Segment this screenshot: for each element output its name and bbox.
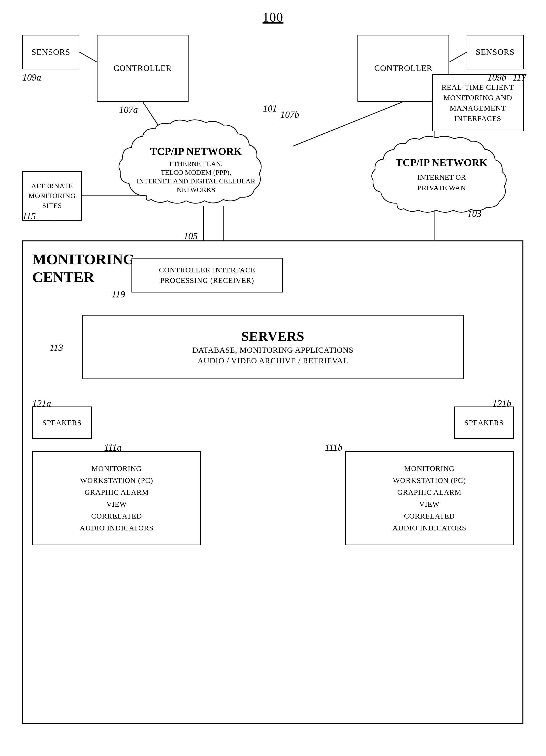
- ref-115: 115: [22, 211, 36, 222]
- ref-121a: 121a: [32, 398, 51, 409]
- servers-content: SERVERS DATABASE, MONITORING APPLICATION…: [192, 329, 353, 365]
- cip-label: CONTROLLER INTERFACE PROCESSING (RECEIVE…: [159, 265, 255, 286]
- ref-103: 103: [467, 208, 482, 219]
- ref-109a: 109a: [22, 72, 41, 83]
- svg-line-0: [79, 52, 97, 62]
- cloud2-shape: TCP/IP NETWORK INTERNET OR PRIVATE WAN: [370, 134, 514, 216]
- controller-a-label: CONTROLLER: [114, 63, 172, 73]
- svg-text:ETHERNET LAN,: ETHERNET LAN,: [169, 160, 223, 168]
- monitoring-center-label: MONITORING CENTER: [32, 250, 134, 286]
- cip-box: CONTROLLER INTERFACE PROCESSING (RECEIVE…: [131, 258, 283, 292]
- svg-text:INTERNET OR: INTERNET OR: [417, 173, 466, 181]
- workstation-b-label: MONITORING WORKSTATION (PC) GRAPHIC ALAR…: [393, 463, 466, 534]
- speakers-a-label: SPEAKERS: [42, 418, 82, 427]
- workstation-b-box: MONITORING WORKSTATION (PC) GRAPHIC ALAR…: [345, 451, 514, 545]
- svg-line-1: [450, 52, 467, 62]
- sensors-a-label: SENSORS: [31, 47, 70, 57]
- ref-111b: 111b: [325, 442, 342, 453]
- workstation-a-label: MONITORING WORKSTATION (PC) GRAPHIC ALAR…: [80, 463, 153, 534]
- svg-text:TELCO MODEM (PPP),: TELCO MODEM (PPP),: [161, 169, 231, 176]
- sensors-a-box: SENSORS: [22, 35, 79, 69]
- ref-117: 117: [513, 72, 526, 83]
- servers-sub2: AUDIO / VIDEO ARCHIVE / RETRIEVAL: [192, 356, 353, 365]
- speakers-b-box: SPEAKERS: [454, 407, 514, 439]
- svg-text:TCP/IP NETWORK: TCP/IP NETWORK: [150, 146, 242, 157]
- speakers-b-label: SPEAKERS: [464, 418, 504, 427]
- svg-text:INTERNET, AND DIGITAL CELLULAR: INTERNET, AND DIGITAL CELLULAR: [137, 177, 255, 185]
- speakers-a-box: SPEAKERS: [32, 407, 92, 439]
- servers-sub1: DATABASE, MONITORING APPLICATIONS: [192, 346, 353, 355]
- ref-113: 113: [50, 342, 63, 353]
- ref-119: 119: [112, 289, 125, 300]
- svg-text:TCP/IP NETWORK: TCP/IP NETWORK: [396, 157, 487, 168]
- ref-121b: 121b: [492, 398, 511, 409]
- realtime-client-box: REAL-TIME CLIENT MONITORING AND MANAGEME…: [432, 74, 524, 131]
- ref-107a: 107a: [119, 104, 138, 115]
- controller-b-label: CONTROLLER: [374, 63, 433, 73]
- diagram: 100 TCP/I: [0, 0, 546, 756]
- realtime-client-label: REAL-TIME CLIENT MONITORING AND MANAGEME…: [442, 82, 514, 124]
- controller-a-box: CONTROLLER: [97, 35, 188, 102]
- alt-monitoring-label: ALTERNATE MONITORING SITES: [29, 181, 76, 210]
- ref-107b: 107b: [280, 109, 299, 120]
- sensors-b-box: SENSORS: [467, 35, 524, 69]
- servers-title: SERVERS: [192, 329, 353, 344]
- svg-text:NETWORKS: NETWORKS: [177, 186, 215, 194]
- cloud1-shape: TCP/IP NETWORK ETHERNET LAN, TELCO MODEM…: [117, 116, 276, 211]
- ref-101: 101: [263, 103, 277, 114]
- workstation-a-box: MONITORING WORKSTATION (PC) GRAPHIC ALAR…: [32, 451, 201, 545]
- svg-text:PRIVATE WAN: PRIVATE WAN: [418, 184, 466, 192]
- ref-111a: 111a: [104, 442, 121, 453]
- ref-109b: 109b: [487, 72, 506, 83]
- servers-box: SERVERS DATABASE, MONITORING APPLICATION…: [82, 315, 464, 379]
- ref-105: 105: [183, 231, 198, 241]
- figure-number: 100: [263, 10, 284, 25]
- sensors-b-label: SENSORS: [476, 47, 515, 57]
